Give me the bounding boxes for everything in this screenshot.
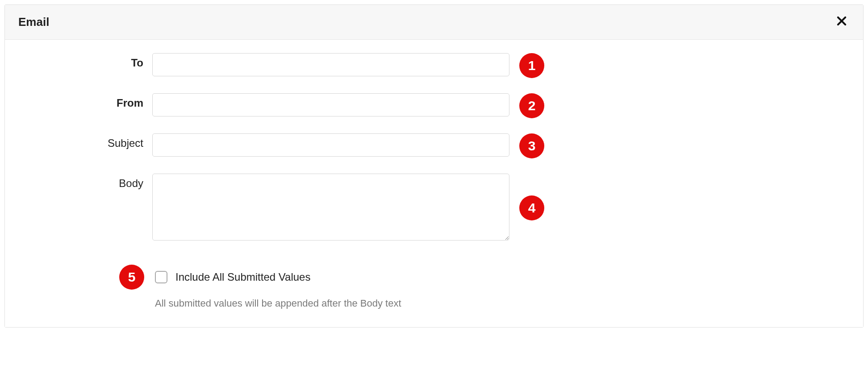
annotation-badge-5: 5 (119, 265, 144, 290)
from-input[interactable] (152, 93, 509, 116)
annotation-badge-2: 2 (519, 93, 544, 118)
panel-body: To 1 From 2 Subject 3 (5, 40, 863, 327)
close-icon[interactable] (834, 15, 850, 29)
panel-header: Email (5, 5, 863, 40)
to-input[interactable] (152, 53, 509, 76)
include-all-help-text: All submitted values will be appended af… (155, 298, 850, 309)
include-all-row: 5 Include All Submitted Values (119, 265, 850, 290)
from-row: From 2 (18, 93, 850, 118)
subject-input[interactable] (152, 133, 509, 157)
from-label: From (18, 93, 152, 109)
include-all-label: Include All Submitted Values (175, 271, 310, 283)
include-all-checkbox[interactable] (155, 271, 167, 283)
panel-title: Email (18, 15, 49, 29)
to-row: To 1 (18, 53, 850, 78)
annotation-badge-4: 4 (519, 195, 544, 220)
to-label: To (18, 53, 152, 69)
email-panel: Email To 1 From 2 (4, 4, 864, 328)
annotation-badge-3: 3 (519, 133, 544, 158)
annotation-badge-1: 1 (519, 53, 544, 78)
subject-row: Subject 3 (18, 133, 850, 158)
body-label: Body (18, 174, 152, 190)
body-textarea[interactable] (152, 174, 509, 241)
subject-label: Subject (18, 133, 152, 149)
body-row: Body 4 (18, 174, 850, 242)
